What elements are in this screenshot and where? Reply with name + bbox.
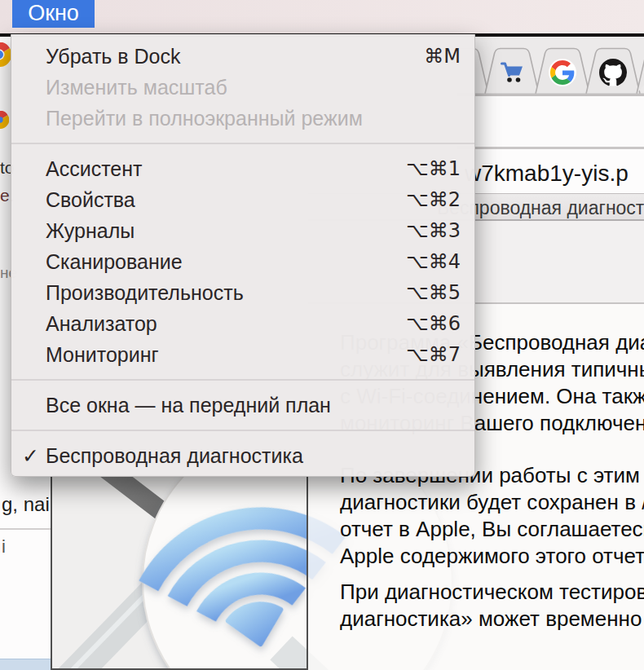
menu-item-assistant[interactable]: Ассистент ⌥⌘1 — [11, 153, 474, 184]
shortcut-label: ⌥⌘4 — [406, 250, 461, 273]
checkmark-icon: ✓ — [22, 444, 39, 468]
favicon-fragment-icon — [0, 111, 9, 129]
menu-item-performance[interactable]: Производительность ⌥⌘5 — [11, 277, 474, 308]
menu-item-logs[interactable]: Журналы ⌥⌘3 — [11, 215, 474, 246]
menu-separator — [11, 379, 474, 381]
menu-item-info[interactable]: Свойства ⌥⌘2 — [11, 184, 474, 215]
browser-tab-strip — [457, 37, 644, 96]
google-icon — [549, 59, 576, 86]
page-url-text: w7kmab1y-yis.p — [465, 161, 629, 187]
clipped-text-fragment: i — [2, 536, 6, 558]
browser-toolbar — [457, 96, 644, 149]
testing-paragraph: При диагностическом тестировании «Беспро… — [340, 579, 644, 633]
menu-item-scan[interactable]: Сканирование ⌥⌘4 — [11, 246, 474, 277]
shortcut-label: ⌥⌘7 — [406, 343, 461, 366]
shortcut-label: ⌥⌘1 — [406, 157, 461, 180]
wifi-magnifier-zoomed-image — [51, 475, 308, 670]
divider — [0, 528, 51, 530]
window-menu-panel: Убрать в Dock ⌘M Изменить масштаб Перейт… — [11, 34, 475, 477]
menu-item-enter-fullscreen: Перейти в полноэкранный режим — [11, 103, 474, 134]
shortcut-label: ⌘M — [424, 45, 461, 68]
shortcut-label: ⌥⌘3 — [406, 219, 461, 242]
chrome-icon — [0, 42, 11, 67]
screen: Беспроводная диагностика Программа «Бесп… — [0, 0, 644, 670]
menu-item-monitoring[interactable]: Мониторинг ⌥⌘7 — [11, 339, 474, 370]
menu-separator — [11, 430, 474, 431]
menu-bar: Окно — [0, 0, 644, 33]
shortcut-label: ⌥⌘5 — [406, 281, 461, 304]
menu-separator — [11, 143, 474, 144]
shortcut-label: ⌥⌘2 — [406, 188, 461, 211]
menu-item-minimize-to-dock[interactable]: Убрать в Dock ⌘M — [11, 41, 474, 72]
wifi-icon — [52, 477, 307, 668]
menu-item-bring-all-to-front[interactable]: Все окна — на передний план — [11, 390, 474, 421]
menu-item-analyzer[interactable]: Анализатор ⌥⌘6 — [11, 308, 474, 339]
github-icon — [599, 59, 627, 86]
selection-highlight-strip — [0, 659, 51, 670]
report-paragraph: По завершении работы с этим ассистентом … — [340, 462, 644, 570]
shortcut-label: ⌥⌘6 — [406, 312, 461, 335]
menu-item-zoom: Изменить масштаб — [11, 72, 474, 103]
clipped-text-fragment: g, nai — [2, 493, 50, 516]
menubar-item-window[interactable]: Окно — [12, 0, 95, 28]
menu-item-wireless-diagnostics-window[interactable]: ✓ Беспроводная диагностика — [11, 440, 474, 471]
